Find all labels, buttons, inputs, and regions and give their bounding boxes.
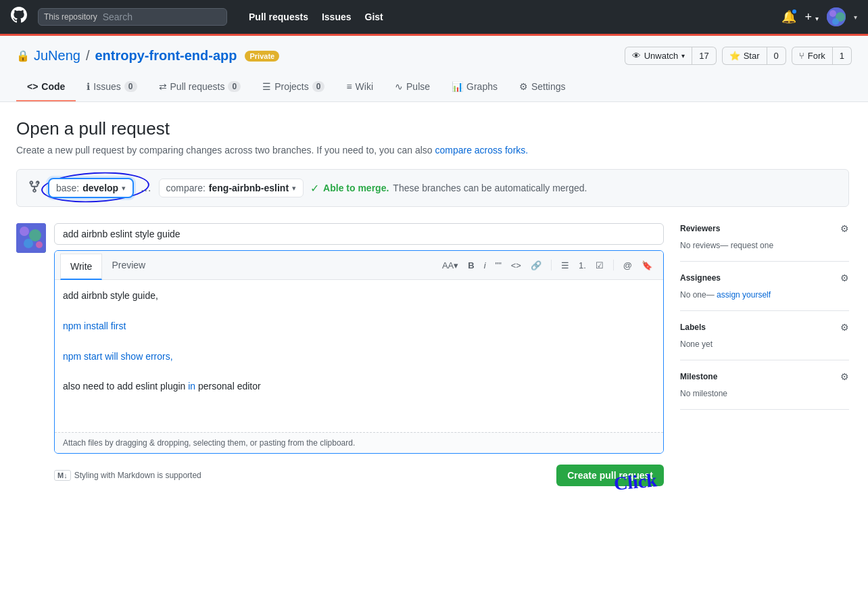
toolbar-task-list-btn[interactable]: ☑ <box>593 259 606 272</box>
pr-form-main: Write Preview AA▾ B i "" <> 🔗 <box>16 223 664 492</box>
user-avatar[interactable] <box>827 7 846 26</box>
milestone-header: Milestone ⚙ <box>680 371 849 382</box>
toolbar-heading-btn[interactable]: AA▾ <box>439 259 461 272</box>
reviewers-section: Reviewers ⚙ No reviews— request one <box>680 223 849 262</box>
pr-badge: 0 <box>228 81 241 92</box>
compare-dots: ... <box>141 182 151 194</box>
star-group: ⭐ Star 0 <box>722 47 786 65</box>
reviewers-title: Reviewers <box>680 224 720 233</box>
search-bar[interactable]: This repository <box>38 8 227 26</box>
markdown-icon: M↓ <box>54 470 71 481</box>
compare-branch-select[interactable]: compare: feng-airbnb-eslint ▾ <box>159 179 304 197</box>
content-line-2: npm install first <box>63 318 655 333</box>
labels-value: None yet <box>680 339 713 349</box>
pulse-icon: ∿ <box>395 81 403 92</box>
toolbar-list-btn[interactable]: ☰ <box>558 259 572 272</box>
tab-settings[interactable]: ⚙ Settings <box>508 73 577 101</box>
svg-point-8 <box>36 241 43 248</box>
unwatch-count[interactable]: 17 <box>692 47 716 65</box>
form-and-footer: Write Preview AA▾ B i "" <> 🔗 <box>54 223 664 492</box>
markdown-text: Styling with Markdown is supported <box>74 471 201 480</box>
editor-content-area[interactable]: add airbnb style guide, npm install firs… <box>55 280 663 432</box>
assign-yourself-link[interactable]: assign yourself <box>717 290 771 300</box>
compare-arrows-icon <box>28 180 41 197</box>
write-tab[interactable]: Write <box>60 254 102 280</box>
tab-pull-requests[interactable]: ⇄ Pull requests 0 <box>148 73 252 101</box>
issues-icon: ℹ <box>87 81 90 92</box>
notifications-button[interactable]: 🔔 <box>781 9 796 24</box>
labels-section: Labels ⚙ None yet <box>680 311 849 360</box>
base-branch-select[interactable]: base: develop ▾ <box>48 178 134 198</box>
reviewers-header: Reviewers ⚙ <box>680 223 849 234</box>
base-branch-chevron: ▾ <box>122 184 126 193</box>
fork-icon: ⑂ <box>799 51 804 61</box>
fork-count[interactable]: 1 <box>832 47 852 65</box>
assignees-gear-icon[interactable]: ⚙ <box>840 273 849 283</box>
settings-icon: ⚙ <box>519 81 528 92</box>
new-item-button[interactable]: + ▾ <box>804 10 819 24</box>
svg-point-3 <box>832 18 839 25</box>
toolbar-mention-btn[interactable]: @ <box>621 259 635 272</box>
repo-title: 🔒 JuNeng / entropy-front-end-app Private <box>16 48 279 64</box>
reviewers-gear-icon[interactable]: ⚙ <box>840 223 849 234</box>
attach-files-area[interactable]: Attach files by dragging & dropping, sel… <box>55 432 663 453</box>
editor-toolbar: AA▾ B i "" <> 🔗 ☰ 1. ☑ <box>437 256 658 275</box>
code-icon: <> <box>27 81 38 92</box>
create-pull-request-button[interactable]: Create pull request <box>556 465 664 486</box>
toolbar-code-btn[interactable]: <> <box>508 259 524 272</box>
labels-title: Labels <box>680 323 706 332</box>
toolbar-saved-reply-btn[interactable]: 🔖 <box>639 259 655 272</box>
toolbar-ordered-list-btn[interactable]: 1. <box>576 259 589 272</box>
labels-gear-icon[interactable]: ⚙ <box>840 322 849 333</box>
star-button[interactable]: ⭐ Star <box>722 47 767 65</box>
github-logo-icon[interactable] <box>11 7 27 27</box>
repo-owner-link[interactable]: JuNeng <box>34 48 80 64</box>
nav-actions: 🔔 + ▾ ▾ <box>781 7 857 26</box>
star-count[interactable]: 0 <box>767 47 786 65</box>
preview-tab[interactable]: Preview <box>102 253 155 279</box>
repo-name-link[interactable]: entropy-front-end-app <box>95 48 237 64</box>
toolbar-italic-btn[interactable]: i <box>481 259 489 272</box>
svg-point-1 <box>829 10 836 17</box>
milestone-gear-icon[interactable]: ⚙ <box>840 371 849 382</box>
pr-editor: Write Preview AA▾ B i "" <> 🔗 <box>54 250 664 454</box>
tab-pulse[interactable]: ∿ Pulse <box>384 73 441 101</box>
plus-icon: + <box>804 10 812 24</box>
pr-title-input[interactable] <box>54 223 664 245</box>
lock-icon: 🔒 <box>16 49 30 62</box>
fork-group: ⑂ Fork 1 <box>792 47 852 65</box>
nav-gist[interactable]: Gist <box>365 11 383 22</box>
private-badge: Private <box>245 51 279 62</box>
tab-projects[interactable]: ☰ Projects 0 <box>251 73 335 101</box>
projects-icon: ☰ <box>262 81 271 92</box>
markdown-note: M↓ Styling with Markdown is supported <box>54 470 201 481</box>
assignees-header: Assignees ⚙ <box>680 273 849 283</box>
search-input[interactable] <box>103 11 221 22</box>
pr-form-area: Write Preview AA▾ B i "" <> 🔗 <box>16 223 849 519</box>
toolbar-bold-btn[interactable]: B <box>465 259 477 272</box>
toolbar-quote-btn[interactable]: "" <box>493 259 504 272</box>
compare-forks-link[interactable]: compare across forks. <box>435 145 528 156</box>
toolbar-link-btn[interactable]: 🔗 <box>528 259 544 272</box>
nav-pull-requests[interactable]: Pull requests <box>249 11 308 22</box>
main-content: Open a pull request Create a new pull re… <box>0 102 865 519</box>
tab-issues[interactable]: ℹ Issues 0 <box>76 73 147 101</box>
notification-dot <box>791 8 798 15</box>
tab-wiki[interactable]: ≡ Wiki <box>335 73 384 101</box>
assignees-section: Assignees ⚙ No one— assign yourself <box>680 262 849 311</box>
merge-status: ✓ Able to merge. These branches can be a… <box>310 182 587 195</box>
user-avatar-pr <box>16 223 46 253</box>
svg-point-7 <box>24 239 33 248</box>
nav-links: Pull requests Issues Gist <box>249 11 383 22</box>
fork-button[interactable]: ⑂ Fork <box>792 47 832 65</box>
star-icon: ⭐ <box>729 51 740 61</box>
nav-issues[interactable]: Issues <box>322 11 352 22</box>
tab-graphs[interactable]: 📊 Graphs <box>441 73 508 101</box>
compare-branch-chevron: ▾ <box>292 184 296 193</box>
editor-tabs: Write Preview AA▾ B i "" <> 🔗 <box>55 251 663 280</box>
content-line-1: add airbnb style guide, <box>63 288 655 303</box>
chevron-down-icon: ▾ <box>815 15 819 22</box>
tab-code[interactable]: <> Code <box>16 73 76 101</box>
content-line-4: also need to add eslint plugin in person… <box>63 379 655 394</box>
unwatch-button[interactable]: 👁 Unwatch ▾ <box>625 47 692 65</box>
